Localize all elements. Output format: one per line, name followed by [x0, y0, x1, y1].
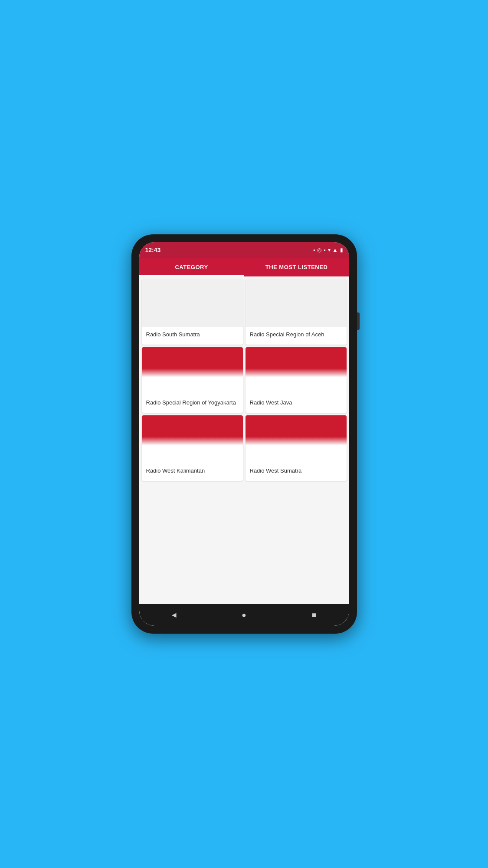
- notification-icon: ▪: [313, 247, 315, 253]
- side-button: [357, 312, 360, 330]
- flag-red-yogyakarta: [142, 347, 243, 374]
- tab-category[interactable]: CATEGORY: [139, 258, 244, 276]
- signal-icon: ▲: [333, 247, 338, 253]
- flag-red-west-sumatra: [246, 415, 347, 442]
- card-label-south-sumatra: Radio South Sumatra: [142, 327, 243, 345]
- card-image-west-sumatra: [246, 415, 347, 463]
- status-icons: ▪ ◎ ▪ ▾ ▲ ▮: [313, 247, 343, 253]
- card-radio-yogyakarta[interactable]: Radio Special Region of Yogyakarta: [142, 347, 243, 413]
- flag-white-yogyakarta: [142, 373, 243, 395]
- card-label-west-java: Radio West Java: [246, 395, 347, 413]
- home-button[interactable]: ●: [236, 607, 252, 623]
- indonesia-flag-west-sumatra: [246, 415, 347, 463]
- flag-red-west-kalimantan: [142, 415, 243, 442]
- app-bar: CATEGORY THE MOST LISTENED: [139, 258, 349, 276]
- radio-grid: Radio South Sumatra Radio Special Region…: [142, 279, 347, 481]
- flag-white-west-sumatra: [246, 441, 347, 463]
- wifi-icon: ▾: [328, 247, 331, 253]
- card-label-aceh: Radio Special Region of Aceh: [246, 327, 347, 345]
- navigation-bar: ◄ ● ■: [139, 604, 349, 626]
- card-radio-west-sumatra[interactable]: Radio West Sumatra: [246, 415, 347, 481]
- indonesia-flag-west-java: [246, 347, 347, 395]
- flag-white-west-kalimantan: [142, 441, 243, 463]
- card-radio-west-kalimantan[interactable]: Radio West Kalimantan: [142, 415, 243, 481]
- card-label-yogyakarta: Radio Special Region of Yogyakarta: [142, 395, 243, 413]
- status-bar: 12:43 ▪ ◎ ▪ ▾ ▲ ▮: [139, 242, 349, 258]
- back-button[interactable]: ◄: [166, 607, 182, 623]
- indonesia-flag-yogyakarta: [142, 347, 243, 395]
- card-image-aceh: [246, 279, 347, 327]
- card-label-west-kalimantan: Radio West Kalimantan: [142, 463, 243, 481]
- tab-most-listened[interactable]: THE MOST LISTENED: [244, 258, 349, 276]
- card-image-west-java: [246, 347, 347, 395]
- card-radio-west-java[interactable]: Radio West Java: [246, 347, 347, 413]
- content-area: Radio South Sumatra Radio Special Region…: [139, 276, 349, 604]
- phone-frame: 12:43 ▪ ◎ ▪ ▾ ▲ ▮ CATEGORY THE MOST LIST…: [131, 234, 357, 634]
- card-image-yogyakarta: [142, 347, 243, 395]
- card-radio-south-sumatra[interactable]: Radio South Sumatra: [142, 279, 243, 345]
- status-time: 12:43: [145, 247, 161, 253]
- sync-icon: ◎: [317, 247, 321, 253]
- card-image-west-kalimantan: [142, 415, 243, 463]
- flag-red-west-java: [246, 347, 347, 374]
- sd-icon: ▪: [324, 247, 325, 253]
- recent-button[interactable]: ■: [306, 607, 322, 623]
- card-image-south-sumatra: [142, 279, 243, 327]
- card-radio-special-aceh[interactable]: Radio Special Region of Aceh: [246, 279, 347, 345]
- battery-icon: ▮: [340, 247, 343, 253]
- flag-white-west-java: [246, 373, 347, 395]
- card-label-west-sumatra: Radio West Sumatra: [246, 463, 347, 481]
- indonesia-flag-west-kalimantan: [142, 415, 243, 463]
- phone-screen: 12:43 ▪ ◎ ▪ ▾ ▲ ▮ CATEGORY THE MOST LIST…: [139, 242, 349, 626]
